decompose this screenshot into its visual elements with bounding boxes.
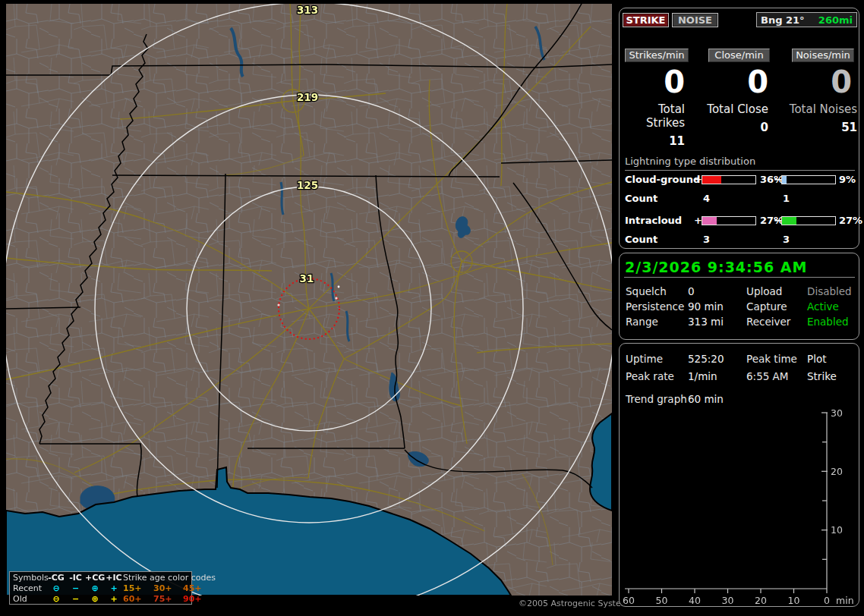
neg-ic-old-icon: − xyxy=(66,594,85,605)
x-tick-20: 20 xyxy=(755,595,767,606)
intracloud-label: Intracloud xyxy=(625,215,682,226)
strikes-per-min-value: 0 xyxy=(620,66,685,98)
legend-col-pcg: +CG xyxy=(85,573,105,583)
ic-minus-bar-fill xyxy=(782,217,796,225)
age-60: 60+ xyxy=(123,594,153,605)
datetime-display: 2/3/2026 9:34:56 AM xyxy=(625,259,807,275)
cg-minus-count: 1 xyxy=(783,193,790,204)
uptime-label: Uptime xyxy=(626,353,663,365)
neg-ic-recent-icon: − xyxy=(66,583,85,594)
neg-cg-old-icon: ⊖ xyxy=(46,594,66,605)
symbol-legend: Symbols -CG -IC +CG +IC Strike age color… xyxy=(9,571,192,605)
legend-col-ncg: -CG xyxy=(46,573,66,583)
ring-label-125: 125 xyxy=(297,179,318,191)
ic-minus-pct: 27% xyxy=(839,215,862,226)
noise-mode-button[interactable]: NOISE xyxy=(672,13,718,27)
trend-axes xyxy=(625,413,828,593)
divider xyxy=(624,277,855,278)
neg-cg-recent-icon: ⊖ xyxy=(46,583,66,594)
distribution-title: Lightning type distribution xyxy=(625,156,855,171)
strikes-per-min-header: Strikes/min xyxy=(625,49,689,62)
legend-col-nic: -IC xyxy=(66,573,85,583)
uptime-value: 525:20 xyxy=(688,353,724,365)
pos-cg-old-icon: ⊕ xyxy=(85,594,105,605)
ic-minus-bar xyxy=(781,216,836,225)
strike-mode-button[interactable]: STRIKE xyxy=(623,13,669,27)
y-tick-20: 20 xyxy=(831,466,843,477)
counters-panel: STRIKE NOISE Bng 21° 260mi Strikes/min C… xyxy=(619,8,859,249)
cg-minus-bar-fill xyxy=(782,176,787,184)
total-close-value: 0 xyxy=(703,121,768,134)
range-label: Range xyxy=(626,316,658,328)
ic-minus-count: 3 xyxy=(783,234,790,245)
legend-col-pic: +IC xyxy=(105,573,123,583)
bearing-readout: Bng 21° 260mi xyxy=(756,12,857,27)
plot-value: Strike xyxy=(807,370,837,382)
close-per-min-header: Close/min xyxy=(708,49,770,62)
total-strikes-value: 11 xyxy=(620,134,685,148)
noises-per-min-value: 0 xyxy=(787,66,852,98)
total-close-label: Total Close xyxy=(703,102,768,116)
persistence-value: 90 min xyxy=(688,300,724,313)
x-tick-40: 40 xyxy=(689,595,701,606)
cg-plus-count: 4 xyxy=(703,193,710,204)
y-tick-10: 10 xyxy=(831,524,843,536)
pos-ic-recent-icon: + xyxy=(105,583,123,594)
noises-per-min-header: Noises/min xyxy=(792,49,854,62)
ic-plus-bar-fill xyxy=(702,217,717,225)
trend-graph: 30 20 10 60 50 40 30 20 10 0 min xyxy=(620,403,859,606)
ring-label-313: 313 xyxy=(297,4,318,16)
age-15: 15+ xyxy=(123,583,153,594)
legend-recent-label: Recent xyxy=(13,583,46,594)
total-noises-value: 51 xyxy=(787,121,857,134)
age-45: 45+ xyxy=(183,583,210,594)
close-per-min-value: 0 xyxy=(703,66,768,98)
trend-tick-labels: 30 20 10 60 50 40 30 20 10 0 min xyxy=(623,407,854,606)
cg-minus-bar xyxy=(781,175,836,184)
age-30: 30+ xyxy=(153,583,183,594)
age-75: 75+ xyxy=(153,594,183,605)
x-axis-unit: min xyxy=(836,595,854,606)
x-tick-0: 0 xyxy=(824,595,830,606)
legend-age-header: Strike age color codes xyxy=(123,573,210,583)
total-noises-label: Total Noises xyxy=(787,102,857,116)
ic-plus-count: 3 xyxy=(703,234,710,245)
ring-label-31: 31 xyxy=(300,272,314,284)
peak-time-value: 6:55 AM xyxy=(746,370,789,382)
ic-plus-bar xyxy=(702,216,756,225)
plot-label: Plot xyxy=(807,353,826,365)
age-90: 90+ xyxy=(183,594,210,605)
upload-label: Upload xyxy=(746,285,782,297)
range-value: 313 mi xyxy=(688,316,724,328)
map-canvas: 313 219 125 31 xyxy=(6,4,612,596)
x-tick-50: 50 xyxy=(656,595,668,606)
upload-status: Disabled xyxy=(807,285,852,297)
status-panel: 2/3/2026 9:34:56 AM Squelch 0 Upload Dis… xyxy=(619,253,859,340)
ring-label-219: 219 xyxy=(297,91,318,103)
squelch-value: 0 xyxy=(688,285,695,297)
cg-plus-bar xyxy=(702,175,756,184)
cg-plus-bar-fill xyxy=(702,176,721,184)
lightning-map[interactable]: 313 219 125 31 Symbols -CG -IC +CG +IC S… xyxy=(6,4,612,596)
total-strikes-label: Total Strikes xyxy=(620,102,685,130)
legend-symbols-header: Symbols xyxy=(13,573,46,583)
cg-minus-pct: 9% xyxy=(839,174,856,185)
peak-time-label: Peak time xyxy=(746,353,797,365)
pos-ic-old-icon: + xyxy=(105,594,123,605)
copyright-text: ©2005 Astrogenic Systems xyxy=(519,599,633,608)
receiver-status: Enabled xyxy=(807,316,849,328)
persistence-label: Persistence xyxy=(626,300,684,313)
x-tick-10: 10 xyxy=(788,595,800,606)
x-tick-30: 30 xyxy=(722,595,734,606)
peak-rate-label: Peak rate xyxy=(626,370,674,382)
cg-count-label: Count xyxy=(625,193,657,204)
receiver-label: Receiver xyxy=(746,316,790,328)
capture-label: Capture xyxy=(746,300,787,313)
trend-panel: Uptime 525:20 Peak time Plot Peak rate 1… xyxy=(619,343,859,607)
pos-cg-recent-icon: ⊕ xyxy=(85,583,105,594)
capture-status: Active xyxy=(807,300,839,313)
y-tick-30: 30 xyxy=(831,407,843,419)
bearing-range-value: 260mi xyxy=(818,14,853,26)
bearing-value: Bng 21° xyxy=(761,14,805,26)
cloud-ground-label: Cloud-ground xyxy=(625,174,700,185)
